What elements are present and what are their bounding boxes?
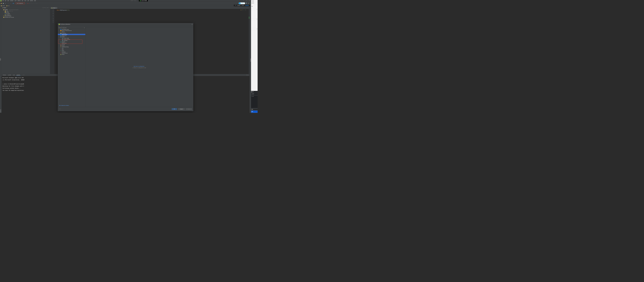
inspection-status[interactable]: ▲1 ✔1 ˄ ˅	[240, 9, 248, 11]
menu-edit[interactable]: Edit	[4, 0, 7, 1]
remove-icon[interactable]: －	[60, 26, 61, 27]
config-type-item[interactable]: NNW.js	[58, 50, 85, 51]
search-icon[interactable]: 🔍	[246, 3, 247, 4]
terminal-tab-active[interactable]: Local (3) ×	[16, 74, 21, 76]
copy-icon[interactable]: 🗐	[61, 26, 62, 27]
crumb-sub[interactable]: .venv	[8, 6, 10, 7]
open-icon[interactable]: 📂	[0, 3, 2, 4]
config-type-item[interactable]: 📞Flask server	[58, 43, 85, 44]
filter-icon[interactable]: ☰	[84, 28, 85, 29]
hide-icon[interactable]: —	[248, 74, 249, 75]
attach-icon[interactable]: ▾	[33, 3, 34, 4]
config-type-item[interactable]: 📁Compound	[58, 33, 85, 34]
up-icon[interactable]: ˄	[247, 9, 247, 11]
config-type-item[interactable]: ◌Jest	[58, 48, 85, 49]
tree-manage[interactable]: 🐍 manage.py	[2, 14, 50, 16]
forward-icon[interactable]: →	[10, 3, 11, 4]
tree-venv[interactable]: ›📁 .venv library root	[2, 10, 50, 12]
folder-icon[interactable]: 🗀	[63, 26, 64, 27]
tree-ext[interactable]: ›🏛 External Libraries	[2, 16, 50, 17]
editor-tab[interactable]: 🐍 urls.py ×	[50, 7, 57, 9]
menu-run[interactable]: Run	[21, 0, 24, 1]
gear-icon[interactable]: ⚙	[246, 74, 247, 75]
back-icon[interactable]: ←	[8, 3, 9, 4]
down-icon[interactable]: ▼	[66, 26, 66, 27]
dialog-close-icon[interactable]: ✕	[192, 24, 192, 25]
reload-icon[interactable]: ⟳	[4, 3, 6, 4]
config-type-item[interactable]: 🔵App Engine server	[58, 29, 85, 30]
user-icon[interactable]: 👤▾	[13, 3, 14, 4]
collapse-icon[interactable]: ⇲	[45, 8, 46, 8]
maximize-button[interactable]: ▢	[245, 0, 248, 1]
new-terminal-icon[interactable]: ＋	[22, 74, 23, 76]
config-type-item[interactable]: ⌄🐳Docker	[58, 36, 85, 38]
menu-refactor[interactable]: Refactor	[17, 0, 21, 1]
close-tab-icon[interactable]: ×	[56, 8, 56, 9]
config-type-item[interactable]: 🔷Django Server	[58, 34, 85, 35]
close-button[interactable]: ✕	[248, 0, 251, 1]
tree-app[interactable]: ›📁 day003	[2, 12, 50, 13]
menu-view[interactable]: View	[7, 0, 10, 1]
minimize-button[interactable]: —	[242, 0, 245, 1]
project-header[interactable]: Project	[3, 8, 6, 8]
add-configuration-button[interactable]: Add Configuration...	[16, 3, 25, 4]
menu-window[interactable]: Window	[30, 0, 34, 1]
hide-icon[interactable]: —	[49, 8, 50, 8]
config-type-item[interactable]: ▲Pyramid server	[58, 53, 85, 54]
obs-tab[interactable]: ⬤ OB	[251, 91, 258, 93]
ok-button[interactable]: OK	[172, 108, 177, 110]
config-type-item[interactable]: 🍹Gulp.js	[58, 45, 85, 46]
crumb-root[interactable]: day003	[2, 6, 5, 7]
run-icon[interactable]: ▶	[25, 3, 27, 4]
up-icon[interactable]: ▲	[64, 26, 65, 27]
menu-file[interactable]: File	[2, 0, 4, 1]
config-type-item[interactable]: ⬢FastAPI	[58, 41, 85, 43]
updates-icon[interactable]: ⬆	[250, 3, 250, 4]
config-type-item[interactable]: 🐍Python	[58, 54, 85, 55]
gear-icon[interactable]: ⚙	[48, 8, 48, 8]
window-title: day003 - urls.py	[130, 0, 136, 1]
left-stripe[interactable]: Project	[0, 7, 2, 113]
tencent-tab[interactable]: T day0	[251, 0, 258, 2]
config-type-item[interactable]: BBehave	[58, 31, 85, 33]
menu-vcs[interactable]: VCS	[27, 0, 30, 1]
terminal-tab[interactable]: Local (2)	[7, 74, 12, 76]
debug-icon[interactable]: 🐞	[27, 3, 29, 4]
file-menu[interactable]: 文件(F)	[251, 2, 258, 4]
config-type-item[interactable]: ●Protractor	[58, 51, 85, 53]
save-icon[interactable]: 💾	[2, 3, 4, 4]
config-type-item[interactable]: 🐗Grunt.js	[58, 44, 85, 45]
settings-icon[interactable]: ⚙	[248, 3, 249, 4]
expand-icon[interactable]: ⇱	[44, 8, 45, 8]
menu-tools[interactable]: Tools	[24, 0, 27, 1]
config-type-item[interactable]: 🐳Docker-compose	[58, 39, 85, 40]
add-icon[interactable]: ＋	[58, 26, 59, 27]
profile-icon[interactable]: ⏱	[31, 3, 33, 4]
tree-db[interactable]: 🗄 db.sqlite3	[2, 13, 50, 14]
menu-help[interactable]: Help	[34, 0, 36, 1]
menu-code[interactable]: Code	[14, 0, 17, 1]
locate-icon[interactable]: ⊚	[43, 8, 43, 8]
tree-scratch[interactable]: 📁 Scratches and Consoles	[2, 17, 50, 18]
add-new-link[interactable]: Add new run configuration...	[134, 66, 145, 67]
config-type-item[interactable]: 🐳Dockerfile	[58, 40, 85, 41]
cloud-upload-pill[interactable]: ∞ 拖拽上传	[238, 3, 245, 4]
stop-icon[interactable]: ■	[36, 3, 38, 4]
structure-stripe[interactable]: Structure	[0, 109, 1, 112]
screen-share-banner[interactable]: ▮▮▮ 您正在共享屏幕	[139, 0, 148, 1]
config-type-item[interactable]: JSJavaScript Debug	[58, 46, 85, 48]
config-type-item[interactable]: 🟧Attach to Node.js/Chrome	[58, 30, 85, 31]
help-icon[interactable]: ?	[59, 108, 61, 110]
terminal-tab[interactable]: Local	[12, 74, 15, 76]
config-type-item[interactable]: 🔷Django tests	[58, 35, 85, 36]
coverage-icon[interactable]: ◧	[29, 3, 31, 4]
apply-button[interactable]: Apply	[186, 108, 192, 110]
cancel-button[interactable]: Cancel	[178, 108, 184, 110]
config-type-item[interactable]: nnpm	[58, 49, 85, 50]
terminal-dropdown-icon[interactable]: ▾	[24, 74, 24, 75]
tree-root[interactable]: ⌄📁 day003 E:\PycharmProjects\day003	[2, 9, 50, 11]
right-stripe[interactable]: Database SciView	[250, 7, 251, 113]
menu-navigate[interactable]: Navigate	[10, 0, 14, 1]
edit-templates-link[interactable]: Edit configuration templates...	[59, 105, 70, 106]
config-type-item[interactable]: 🐳Docker Image	[58, 38, 85, 39]
